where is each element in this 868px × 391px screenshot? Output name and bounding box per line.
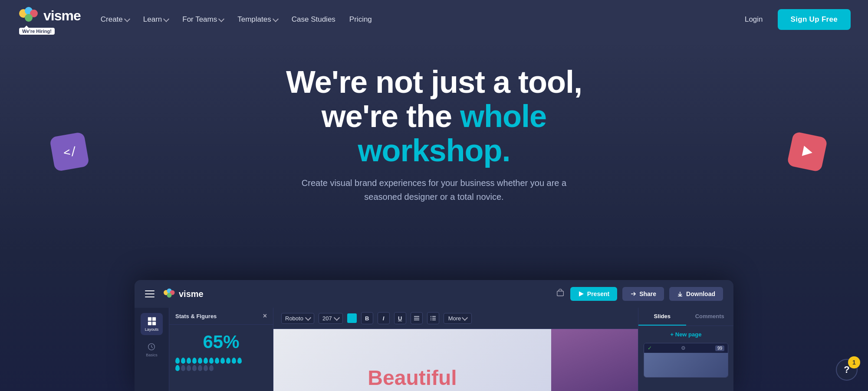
help-widget: ? 1 — [836, 359, 858, 381]
chevron-down-icon — [124, 16, 130, 22]
svg-marker-5 — [802, 146, 814, 158]
stat-dot-dim — [209, 365, 214, 371]
chevron-down-icon — [334, 314, 340, 320]
canvas-right — [551, 329, 638, 391]
present-button[interactable]: Present — [570, 287, 617, 301]
editor-area: Roboto 207 B I U — [273, 308, 638, 391]
stat-dot-dim — [181, 365, 185, 371]
chevron-down-icon — [218, 16, 224, 22]
font-size-selector[interactable]: 207 — [319, 313, 343, 324]
svg-rect-10 — [557, 291, 563, 296]
stat-dot — [187, 358, 191, 364]
sidebar-item-basics[interactable]: Basics — [141, 339, 162, 361]
panel-title: Stats & Figures — [175, 313, 217, 319]
navbar: visme We're Hiring! Create Learn For Tea… — [0, 0, 868, 39]
app-logo-icon — [163, 288, 175, 300]
stat-dot — [175, 358, 180, 364]
stat-dot — [232, 358, 236, 364]
more-button[interactable]: More — [444, 313, 472, 324]
app-logo: visme — [163, 288, 204, 300]
play-icon — [787, 131, 828, 173]
new-page-button[interactable]: + New page — [638, 326, 733, 343]
logo-wrap: visme We're Hiring! — [17, 5, 81, 35]
code-icon: </> — [49, 132, 90, 172]
hiring-badge: We're Hiring! — [19, 28, 55, 35]
app-topbar-left: visme — [145, 288, 204, 300]
navbar-left: visme We're Hiring! Create Learn For Tea… — [17, 5, 378, 35]
hamburger-menu[interactable] — [145, 290, 155, 297]
app-topbar-right: Present Share Download — [556, 287, 723, 301]
bold-button[interactable]: B — [361, 312, 373, 324]
stat-dot — [204, 358, 208, 364]
download-button[interactable]: Download — [669, 287, 723, 301]
panel-close-button[interactable]: × — [263, 312, 267, 320]
chevron-down-icon — [273, 16, 279, 22]
stat-dot — [237, 358, 242, 364]
nav-links: Create Learn For Teams Templates Case St… — [95, 12, 378, 27]
nav-item-pricing[interactable]: Pricing — [343, 12, 378, 27]
chevron-down-icon — [163, 16, 169, 22]
chevron-down-icon — [305, 314, 311, 320]
notifications-button[interactable] — [556, 289, 565, 300]
svg-point-24 — [431, 319, 431, 320]
panel-area: Stats & Figures × 65% — [169, 308, 273, 391]
nav-item-learn[interactable]: Learn — [137, 12, 174, 27]
slide-thumb-bar: ✓ ⚙ 99 — [644, 343, 728, 353]
nav-item-create[interactable]: Create — [95, 12, 135, 27]
share-button[interactable]: Share — [622, 287, 664, 301]
nav-item-for-teams[interactable]: For Teams — [176, 12, 230, 27]
signup-button[interactable]: Sign Up Free — [778, 9, 851, 30]
hero-section: We're not just a tool, we're the whole w… — [0, 39, 868, 391]
slides-panel: Slides Comments + New page ✓ ⚙ 99 — [638, 308, 733, 391]
underline-button[interactable]: U — [394, 312, 406, 324]
svg-point-3 — [25, 14, 33, 22]
tab-comments[interactable]: Comments — [686, 308, 734, 326]
stat-dot-dim — [192, 365, 197, 371]
stat-dot — [192, 358, 197, 364]
align-button[interactable] — [411, 312, 423, 324]
editor-canvas: Beautiful — [273, 329, 638, 391]
stat-dot-dim — [204, 365, 208, 371]
app-logo-text: visme — [179, 289, 204, 299]
slide-gear-icon[interactable]: ⚙ — [681, 345, 686, 351]
stat-dot — [226, 358, 230, 364]
slide-thumbnail: ✓ ⚙ 99 — [644, 343, 728, 378]
svg-point-22 — [431, 318, 431, 319]
svg-marker-11 — [579, 291, 584, 297]
nav-item-case-studies[interactable]: Case Studies — [286, 12, 342, 27]
nav-label-pricing: Pricing — [349, 15, 372, 24]
nav-label-for-teams: For Teams — [182, 15, 217, 24]
nav-label-learn: Learn — [143, 15, 162, 24]
color-picker[interactable] — [347, 313, 357, 323]
nav-label-case-studies: Case Studies — [292, 15, 335, 24]
notification-badge: 1 — [848, 356, 860, 368]
list-button[interactable] — [427, 312, 439, 324]
nav-item-templates[interactable]: Templates — [231, 12, 283, 27]
svg-point-9 — [167, 293, 172, 298]
visme-logo-icon — [17, 5, 40, 27]
font-selector[interactable]: Roboto — [281, 313, 314, 324]
nav-label-templates: Templates — [237, 15, 271, 24]
app-sidebar: Layouts Basics — [135, 308, 169, 391]
stat-dot — [175, 365, 180, 371]
stat-dot — [198, 358, 202, 364]
svg-rect-13 — [152, 317, 155, 321]
slide-check-icon: ✓ — [648, 345, 652, 351]
svg-rect-15 — [152, 322, 155, 325]
canvas-beautiful-text: Beautiful — [368, 366, 457, 391]
stat-dot — [209, 358, 214, 364]
svg-rect-14 — [148, 322, 151, 325]
logo-text: visme — [43, 8, 81, 24]
svg-text:</>: </> — [62, 143, 79, 160]
app-topbar: visme Present Share Download — [135, 280, 733, 308]
tab-slides[interactable]: Slides — [638, 308, 686, 326]
chevron-down-icon — [462, 314, 468, 320]
slide-number: 99 — [715, 345, 724, 351]
italic-button[interactable]: I — [378, 312, 390, 324]
login-button[interactable]: Login — [739, 12, 769, 27]
app-body: Layouts Basics Stats & Figures × 65% — [135, 308, 733, 391]
editor-toolbar: Roboto 207 B I U — [273, 308, 638, 329]
panel-header: Stats & Figures × — [169, 308, 273, 325]
sidebar-item-layouts[interactable]: Layouts — [141, 313, 163, 335]
svg-point-20 — [431, 316, 431, 317]
